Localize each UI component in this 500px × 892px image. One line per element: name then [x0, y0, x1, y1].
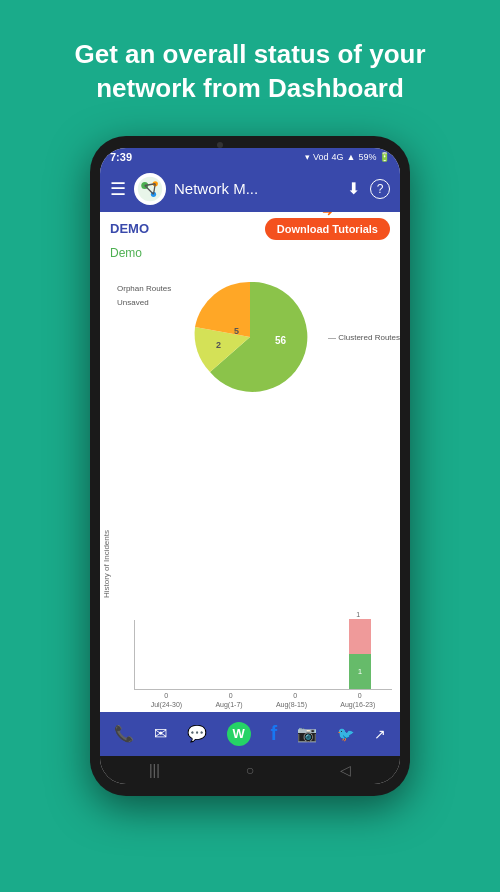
signal-bars: ▲ — [347, 152, 356, 162]
app-bar: ☰ Network M... ⬇ ? — [100, 166, 400, 212]
orphan-routes-label: Orphan Routes — [117, 282, 171, 296]
x-label-2: Aug(8-15) — [276, 701, 307, 708]
status-icons: ▾ Vod 4G ▲ 59% 🔋 — [305, 152, 390, 162]
zero-0: 0 — [164, 692, 168, 699]
x-label-1: Aug(1-7) — [215, 701, 242, 708]
recents-button[interactable]: ◁ — [340, 762, 351, 778]
lte-label: 4G — [332, 152, 344, 162]
message-nav-icon[interactable]: 💬 — [187, 724, 207, 743]
app-title: Network M... — [174, 180, 339, 197]
share-nav-icon[interactable]: ↗ — [374, 726, 386, 742]
hamburger-menu-icon[interactable]: ☰ — [110, 178, 126, 200]
app-logo — [134, 173, 166, 205]
phone-screen: 7:39 ▾ Vod 4G ▲ 59% 🔋 ☰ — [100, 148, 400, 784]
phone-camera — [217, 142, 223, 148]
bar-zero-labels: 0 0 0 0 — [134, 692, 392, 699]
bar-group-3: 1 — [349, 619, 371, 689]
y-axis-title: History of Incidents — [102, 530, 111, 598]
download-icon-button[interactable]: ⬇ — [347, 179, 360, 198]
clustered-routes-label: — Clustered Routes — [328, 332, 400, 341]
demo-header: DEMO ➜ Download Tutorials — [100, 212, 400, 246]
status-bar: 7:39 ▾ Vod 4G ▲ 59% 🔋 — [100, 148, 400, 166]
zero-3: 0 — [358, 692, 362, 699]
app-bar-actions: ⬇ ? — [347, 179, 390, 199]
phone-home-bar: ||| ○ ◁ — [100, 756, 400, 784]
clustered-value: 56 — [275, 335, 287, 346]
pie-labels-left: Orphan Routes Unsaved — [117, 282, 171, 311]
instagram-nav-icon[interactable]: 📷 — [297, 724, 317, 743]
demo-label: DEMO — [110, 221, 149, 236]
download-tutorials-button[interactable]: Download Tutorials — [265, 218, 390, 240]
download-tutorials-wrapper: ➜ Download Tutorials — [265, 218, 390, 240]
whatsapp-nav-icon[interactable]: W — [227, 722, 251, 746]
help-icon-button[interactable]: ? — [370, 179, 390, 199]
app-logo-svg — [136, 175, 164, 203]
bars-container: 1 — [134, 620, 392, 690]
battery-label: 59% 🔋 — [358, 152, 390, 162]
facebook-nav-icon[interactable]: f — [271, 722, 278, 745]
twitter-nav-icon[interactable]: 🐦 — [337, 726, 354, 742]
bottom-nav: 📞 ✉ 💬 W f 📷 🐦 ↗ — [100, 712, 400, 756]
bar-chart-inner: 1 — [134, 410, 392, 712]
unsaved-label: Unsaved — [117, 296, 171, 310]
network-label: Vod — [313, 152, 329, 162]
bar-3-green: 1 — [349, 654, 371, 689]
x-label-0: Jul(24-30) — [151, 701, 183, 708]
pie-chart-section: Orphan Routes Unsaved 56 5 2 — [100, 264, 400, 410]
x-label-3: Aug(16-23) — [340, 701, 375, 708]
zero-2: 0 — [293, 692, 297, 699]
zero-1: 0 — [229, 692, 233, 699]
svg-point-0 — [138, 176, 163, 201]
bar-chart-section: History of Incidents 1 — [100, 410, 400, 712]
phone-nav-icon[interactable]: 📞 — [114, 724, 134, 743]
bar-top-3: 1 — [356, 611, 360, 618]
bar-top-values: 1 — [134, 611, 392, 618]
bar-3: 1 — [349, 619, 371, 689]
back-button[interactable]: ||| — [149, 762, 160, 778]
pie-chart-svg: 56 5 2 — [175, 272, 325, 402]
signal-icon: ▾ — [305, 152, 310, 162]
demo-subtitle: Demo — [100, 246, 400, 264]
content-area: DEMO ➜ Download Tutorials Demo Orphan Ro… — [100, 212, 400, 756]
status-time: 7:39 — [110, 151, 132, 163]
unsaved-value: 2 — [216, 340, 221, 350]
headline: Get an overall status of your network fr… — [0, 0, 500, 136]
email-nav-icon[interactable]: ✉ — [154, 724, 167, 743]
bar-3-pink — [349, 619, 371, 654]
home-button[interactable]: ○ — [246, 762, 254, 778]
bar-x-labels: Jul(24-30) Aug(1-7) Aug(8-15) Aug(16-23) — [134, 701, 392, 708]
phone-mockup: 7:39 ▾ Vod 4G ▲ 59% 🔋 ☰ — [90, 136, 410, 796]
orphan-value: 5 — [234, 326, 239, 336]
pie-chart-wrapper: Orphan Routes Unsaved 56 5 2 — [175, 272, 325, 402]
